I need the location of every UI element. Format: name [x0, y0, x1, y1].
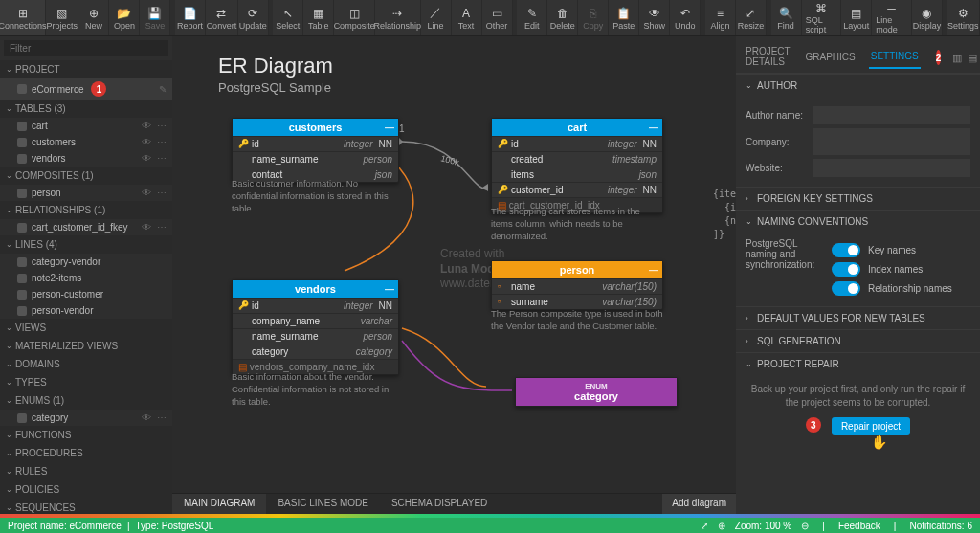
toolbar-save[interactable]: 💾Save	[140, 0, 170, 35]
section-author[interactable]: AUTHOR	[757, 80, 797, 91]
toolbar-composite[interactable]: ◫Composite	[334, 0, 375, 35]
column-name_surname[interactable]: name_surnameperson	[233, 328, 398, 344]
section-enums[interactable]: ⌄ENUMS (1)	[0, 391, 172, 410]
toggle-key-names[interactable]	[832, 243, 860, 257]
column-id[interactable]: 🔑idintegerNN	[233, 136, 398, 151]
notifications-link[interactable]: Notifications: 6	[909, 521, 972, 531]
section-relationships[interactable]: ⌄RELATIONSHIPS (1)	[0, 201, 172, 219]
toolbar-settings[interactable]: ⚙Settings	[947, 0, 980, 35]
section-repair[interactable]: PROJECT REPAIR	[757, 359, 839, 369]
tree-item-category[interactable]: category👁⋯	[0, 410, 172, 426]
section-materialized[interactable]: ⌄MATERIALIZED VIEWS	[0, 337, 172, 355]
repair-project-button[interactable]: Repair project	[832, 417, 910, 435]
tree-item-person[interactable]: person👁⋯	[0, 185, 172, 201]
toolbar-show[interactable]: 👁Show	[639, 0, 670, 35]
feedback-link[interactable]: Feedback	[838, 521, 880, 531]
toolbar-resize[interactable]: ⤢Resize	[736, 0, 767, 35]
section-fk[interactable]: FOREIGN KEY SETTINGS	[757, 193, 873, 204]
toolbar-find[interactable]: 🔍Find	[771, 0, 802, 35]
tree-item-person-vendor[interactable]: person-vendor	[0, 302, 172, 319]
section-tables[interactable]: ⌄TABLES (3)	[0, 100, 172, 118]
toolbar-copy[interactable]: ⎘Copy	[578, 0, 609, 35]
author-name-input[interactable]	[813, 106, 970, 124]
tree-item-customers[interactable]: customers👁⋯	[0, 134, 172, 150]
toolbar-paste[interactable]: 📋Paste	[609, 0, 639, 35]
toolbar-select[interactable]: ↖Select	[273, 0, 303, 35]
section-views[interactable]: ⌄VIEWS	[0, 319, 172, 337]
expand-icon[interactable]: ⤢	[701, 521, 708, 531]
website-input[interactable]	[813, 159, 970, 177]
toolbar-edit[interactable]: ✎Edit	[517, 0, 547, 35]
tab-graphics[interactable]: GRAPHICS	[804, 48, 858, 68]
tab-basic-lines[interactable]: BASIC LINES MODE	[266, 494, 379, 514]
status-zoom[interactable]: Zoom: 100 %	[735, 521, 791, 531]
tab-settings[interactable]: SETTINGS	[869, 47, 921, 69]
tree-item-cart[interactable]: cart👁⋯	[0, 118, 172, 134]
column-category[interactable]: categorycategory	[233, 344, 398, 359]
column-items[interactable]: itemsjson	[492, 167, 662, 182]
tab-main-diagram[interactable]: MAIN DIAGRAM	[172, 494, 266, 514]
toolbar-undo[interactable]: ↶Undo	[670, 0, 701, 35]
section-sqlgen[interactable]: SQL GENERATION	[757, 336, 841, 346]
toolbar-display[interactable]: ◉Display	[912, 0, 943, 35]
section-lines[interactable]: ⌄LINES (4)	[0, 235, 172, 254]
entity-person[interactable]: person— ▫namevarchar(150)▫surnamevarchar…	[491, 260, 663, 310]
panel-icon-2[interactable]: ▤	[968, 52, 977, 64]
tree-item-vendors[interactable]: vendors👁⋯	[0, 150, 172, 167]
toolbar-convert[interactable]: ⇄Convert	[206, 0, 238, 35]
tree-item-category-vendor[interactable]: category-vendor	[0, 254, 172, 270]
section-project[interactable]: ⌄PROJECT	[0, 60, 172, 78]
entity-vendors[interactable]: vendors— 🔑idintegerNNcompany_namevarchar…	[232, 279, 399, 375]
tab-project-details[interactable]: PROJECT DETAILS	[744, 42, 792, 73]
toolbar-open[interactable]: 📂Open	[109, 0, 140, 35]
section-defaults[interactable]: DEFAULT VALUES FOR NEW TABLES	[757, 313, 925, 323]
tree-item-note2-items[interactable]: note2-items	[0, 270, 172, 286]
entity-customers[interactable]: customers— 🔑idintegerNNname_surnameperso…	[232, 118, 399, 183]
column-name_surname[interactable]: name_surnameperson	[233, 151, 398, 167]
section-types[interactable]: ⌄TYPES	[0, 373, 172, 391]
column-customer_id[interactable]: 🔑customer_idintegerNN	[492, 182, 662, 197]
toolbar-text[interactable]: AText	[452, 0, 482, 35]
toolbar-line-mode[interactable]: ─Line mode	[872, 0, 912, 35]
tree-item-cart_customer_id_fkey[interactable]: cart_customer_id_fkey👁⋯	[0, 219, 172, 235]
tab-schema[interactable]: SCHEMA DISPLAYED	[380, 494, 499, 514]
company-input[interactable]	[813, 128, 970, 155]
toolbar-other[interactable]: ▭Other	[482, 0, 513, 35]
toolbar-align[interactable]: ≡Align	[705, 0, 736, 35]
entity-category[interactable]: ENUMcategory	[515, 377, 678, 407]
toolbar-layout[interactable]: ▤Layout	[841, 0, 872, 35]
add-diagram-button[interactable]: Add diagram	[662, 494, 736, 514]
toolbar-table[interactable]: ▦Table	[303, 0, 334, 35]
section-procedures[interactable]: ⌄PROCEDURES	[0, 444, 172, 462]
panel-icon-1[interactable]: ▥	[952, 52, 962, 64]
section-sequences[interactable]: ⌄SEQUENCES	[0, 499, 172, 514]
zoom-icon[interactable]: ⊕	[718, 521, 725, 531]
column-id[interactable]: 🔑idintegerNN	[233, 298, 398, 313]
section-domains[interactable]: ⌄DOMAINS	[0, 355, 172, 373]
toolbar-relationship[interactable]: ⇢Relationship	[375, 0, 421, 35]
section-policies[interactable]: ⌄POLICIES	[0, 480, 172, 499]
column-id[interactable]: 🔑idintegerNN	[492, 136, 662, 151]
toolbar-report[interactable]: 📄Report	[175, 0, 206, 35]
column-name[interactable]: ▫namevarchar(150)	[492, 278, 662, 294]
toolbar-line[interactable]: ／Line	[421, 0, 452, 35]
section-naming[interactable]: NAMING CONVENTIONS	[757, 216, 868, 227]
filter-input[interactable]	[4, 40, 168, 56]
toolbar-new[interactable]: ⊕New	[78, 0, 109, 35]
section-composites[interactable]: ⌄COMPOSITES (1)	[0, 167, 172, 185]
toolbar-projects[interactable]: ▧Projects	[46, 0, 78, 35]
toggle-rel-names[interactable]	[832, 281, 860, 296]
section-rules[interactable]: ⌄RULES	[0, 462, 172, 480]
tree-item-person-customer[interactable]: person-customer	[0, 286, 172, 302]
column-surname[interactable]: ▫surnamevarchar(150)	[492, 294, 662, 309]
diagram-canvas[interactable]: 100k 1 ER Diagram PostgreSQL Sample Crea…	[172, 36, 736, 514]
tree-item-eCommerce[interactable]: eCommerce1✎	[0, 78, 172, 100]
toolbar-delete[interactable]: 🗑Delete	[547, 0, 578, 35]
section-functions[interactable]: ⌄FUNCTIONS	[0, 426, 172, 444]
toggle-index-names[interactable]	[832, 262, 860, 277]
toolbar-update[interactable]: ⟳Update	[238, 0, 269, 35]
entity-cart[interactable]: cart— 🔑idintegerNNcreatedtimestampitemsj…	[491, 118, 663, 213]
column-created[interactable]: createdtimestamp	[492, 151, 662, 167]
toolbar-sql-script[interactable]: ⌘SQL script	[802, 0, 842, 35]
column-company_name[interactable]: company_namevarchar	[233, 313, 398, 328]
